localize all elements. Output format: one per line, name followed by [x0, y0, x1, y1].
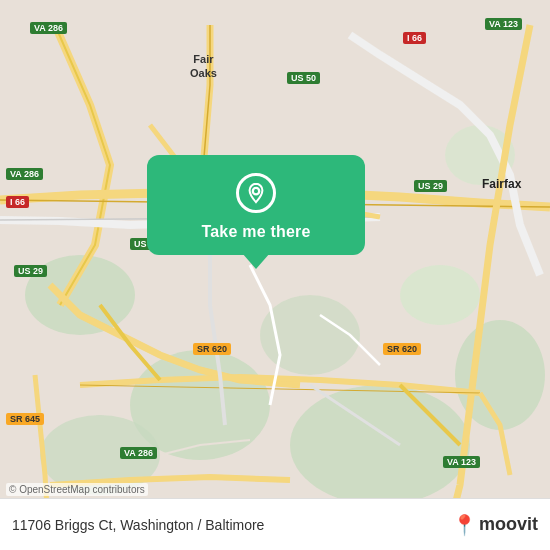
attribution: © OpenStreetMap contributors	[6, 483, 148, 496]
popup-label: Take me there	[201, 223, 310, 241]
fairfax-label: Fairfax	[482, 177, 521, 191]
road-badge-sr620-left: SR 620	[193, 343, 231, 355]
road-badge-va286-mid: VA 286	[6, 168, 43, 180]
road-badge-va123-top: VA 123	[485, 18, 522, 30]
road-badge-us29-right: US 29	[414, 180, 447, 192]
moovit-logo: 📍 moovit	[452, 513, 538, 537]
svg-point-4	[400, 265, 480, 325]
fair-oaks-label: FairOaks	[190, 52, 217, 81]
svg-point-2	[290, 385, 470, 505]
road-badge-va286-top: VA 286	[30, 22, 67, 34]
address-text: 11706 Briggs Ct, Washington / Baltimore	[12, 517, 264, 533]
road-badge-i66-left: I 66	[6, 196, 29, 208]
svg-point-8	[253, 188, 259, 194]
road-badge-us29-left: US 29	[14, 265, 47, 277]
road-badge-va286-bottom: VA 286	[120, 447, 157, 459]
bottom-bar: 11706 Briggs Ct, Washington / Baltimore …	[0, 498, 550, 550]
road-badge-i66-top: I 66	[403, 32, 426, 44]
road-badge-sr645: SR 645	[6, 413, 44, 425]
moovit-pin-icon: 📍	[452, 513, 477, 537]
popup-pin-icon	[236, 173, 276, 213]
road-badge-us50-top: US 50	[287, 72, 320, 84]
road-badge-va123-bottom: VA 123	[443, 456, 480, 468]
moovit-logo-text: moovit	[479, 514, 538, 535]
map-container: VA 286 VA 286 I 66 US 50 I 66 VA 123 US …	[0, 0, 550, 550]
road-badge-sr620-right: SR 620	[383, 343, 421, 355]
take-me-there-popup[interactable]: Take me there	[147, 155, 365, 255]
